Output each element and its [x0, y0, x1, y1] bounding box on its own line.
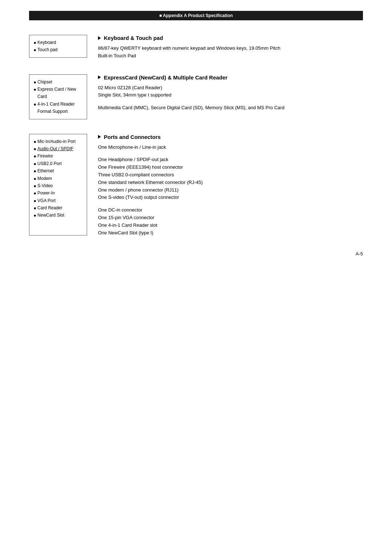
expresscard-para1: 02 Micro 0Z128 (Card Reader)Single Slot,…: [98, 84, 363, 99]
sidebar-item-mic: Mic-In/Audio-in Port: [34, 138, 82, 145]
expresscard-title: ExpressCard (NewCard) & Multiple Card Re…: [98, 74, 363, 81]
triangle-icon-2: [98, 75, 101, 79]
triangle-icon-3: [98, 135, 101, 139]
sidebar-item-usb: USB2.0 Port: [34, 160, 82, 167]
sidebar-item-expresscard: Express Card / New Card: [34, 86, 82, 100]
header-text: ■ Appendix A Product Specification: [159, 13, 233, 18]
page: ■ Appendix A Product Specification Keybo…: [0, 0, 392, 554]
expresscard-content: ExpressCard (NewCard) & Multiple Card Re…: [98, 74, 363, 112]
sidebar-item-audio-out: Audio-Out / SPDIF: [34, 145, 82, 152]
sidebar-item-cardreader: Card Reader: [34, 204, 82, 212]
keyboard-sidebar: Keyboard Touch pad: [29, 35, 87, 58]
triangle-icon: [98, 36, 101, 40]
ports-para1: One Microphone-in / Line-in jack: [98, 144, 363, 151]
keyboard-content: Keyboard & Touch pad 86/87-key QWERTY ke…: [98, 35, 363, 60]
ports-section: Mic-In/Audio-in Port Audio-Out / SPDIF F…: [29, 134, 363, 237]
sidebar-item-svideo: S-Video: [34, 182, 82, 189]
sidebar-item-vga: VGA Port: [34, 197, 82, 204]
sidebar-item-4in1: 4-in-1 Card Reader Format Support: [34, 100, 82, 115]
sidebar-item-keyboard: Keyboard: [34, 39, 82, 46]
expresscard-para2: Multimedia Card (MMC), Secure Digital Ca…: [98, 104, 363, 112]
sidebar-item-ethernet: Ethernet: [34, 167, 82, 175]
keyboard-para: 86/87-key QWERTY keyboard with numeric k…: [98, 45, 363, 60]
ports-content: Ports and Connectors One Microphone-in /…: [98, 134, 363, 237]
ports-para2: One Headphone / SPDIF-out jack One Firew…: [98, 156, 363, 201]
sidebar-item-firewire: Firewire: [34, 152, 82, 160]
expresscard-section: Chipset Express Card / New Card 4-in-1 C…: [29, 74, 363, 119]
keyboard-title: Keyboard & Touch pad: [98, 35, 363, 41]
sidebar-item-powerin: Power-In: [34, 189, 82, 197]
sidebar-item-touchpad: Touch pad: [34, 46, 82, 53]
sidebar-item-modem: Modem: [34, 175, 82, 182]
page-header: ■ Appendix A Product Specification: [29, 11, 363, 20]
expresscard-sidebar: Chipset Express Card / New Card 4-in-1 C…: [29, 74, 87, 119]
ports-para3: One DC-in connector One 15-pin VGA conne…: [98, 206, 363, 237]
page-number: A-5: [29, 251, 363, 257]
ports-title: Ports and Connectors: [98, 134, 363, 140]
keyboard-section: Keyboard Touch pad Keyboard & Touch pad …: [29, 35, 363, 60]
ports-sidebar: Mic-In/Audio-in Port Audio-Out / SPDIF F…: [29, 134, 87, 235]
sidebar-item-newcard: NewCard Slot: [34, 212, 82, 219]
sidebar-item-chipset: Chipset: [34, 78, 82, 86]
